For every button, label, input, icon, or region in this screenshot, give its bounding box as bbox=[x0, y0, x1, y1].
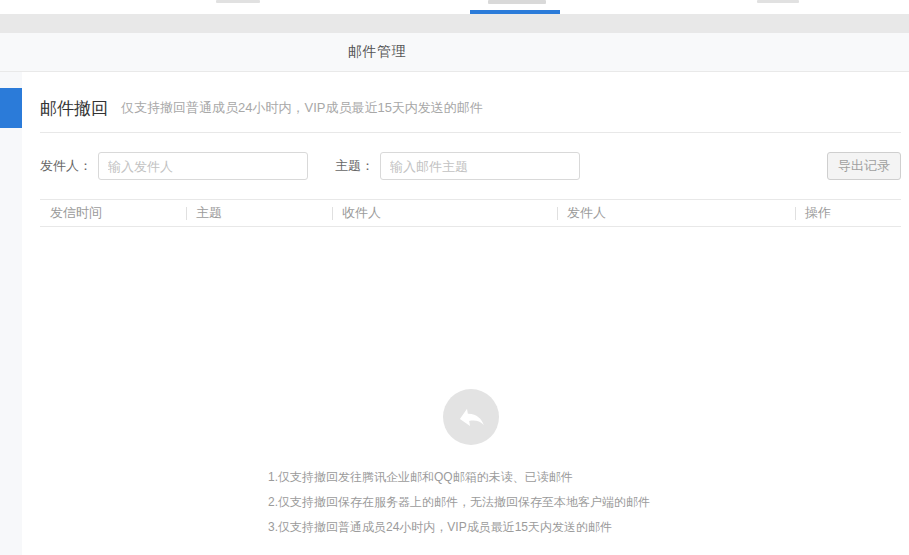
cutoff-tab-text bbox=[757, 0, 799, 3]
page-body: 邮件撤回 仅支持撤回普通成员24小时内，VIP成员最近15天内发送的邮件 发件人… bbox=[0, 72, 909, 555]
active-tab-underline bbox=[470, 10, 560, 14]
column-header-action: 操作 bbox=[795, 200, 901, 226]
section-subtitle: 仅支持撤回普通成员24小时内，VIP成员最近15天内发送的邮件 bbox=[121, 99, 483, 117]
column-header-subject: 主题 bbox=[186, 200, 332, 226]
tip-line: 1.仅支持撤回发往腾讯企业邮和QQ邮箱的未读、已读邮件 bbox=[268, 465, 901, 490]
toolbar-band bbox=[0, 14, 909, 33]
cutoff-tab-text bbox=[488, 0, 546, 4]
cutoff-tab-text bbox=[216, 0, 260, 3]
mail-admin-screen: 邮件管理 邮件撤回 仅支持撤回普通成员24小时内，VIP成员最近15天内发送的邮… bbox=[0, 0, 909, 555]
subject-input[interactable] bbox=[380, 152, 580, 180]
main-content: 邮件撤回 仅支持撤回普通成员24小时内，VIP成员最近15天内发送的邮件 发件人… bbox=[22, 72, 909, 555]
empty-state: 1.仅支持撤回发往腾讯企业邮和QQ邮箱的未读、已读邮件 2.仅支持撤回保存在服务… bbox=[40, 389, 901, 540]
sender-label: 发件人： bbox=[40, 157, 92, 175]
column-header-sender: 发件人 bbox=[557, 200, 795, 226]
table-header-row: 发信时间 主题 收件人 发件人 操作 bbox=[40, 199, 901, 227]
sidebar-active-indicator[interactable] bbox=[0, 88, 22, 128]
tip-line: 3.仅支持撤回普通成员24小时内，VIP成员最近15天内发送的邮件 bbox=[268, 515, 901, 540]
subject-label: 主题： bbox=[335, 157, 374, 175]
tip-line: 2.仅支持撤回保存在服务器上的邮件，无法撤回保存至本地客户端的邮件 bbox=[268, 490, 901, 515]
page-header: 邮件管理 bbox=[0, 33, 909, 72]
page-title: 邮件管理 bbox=[348, 33, 406, 71]
column-header-recipient: 收件人 bbox=[332, 200, 557, 226]
export-records-button[interactable]: 导出记录 bbox=[827, 152, 901, 180]
section-title: 邮件撤回 bbox=[40, 97, 108, 120]
reply-arrow-glyph bbox=[453, 400, 488, 435]
sender-input[interactable] bbox=[98, 152, 308, 180]
section-header: 邮件撤回 仅支持撤回普通成员24小时内，VIP成员最近15天内发送的邮件 bbox=[40, 72, 901, 133]
recall-tips: 1.仅支持撤回发往腾讯企业邮和QQ邮箱的未读、已读邮件 2.仅支持撤回保存在服务… bbox=[268, 465, 901, 540]
reply-arrow-icon bbox=[443, 389, 499, 445]
column-header-send-time: 发信时间 bbox=[40, 200, 186, 226]
left-sidebar-strip bbox=[0, 72, 22, 555]
filter-row: 发件人： 主题： 导出记录 bbox=[40, 152, 901, 180]
top-tabbar bbox=[0, 0, 909, 14]
